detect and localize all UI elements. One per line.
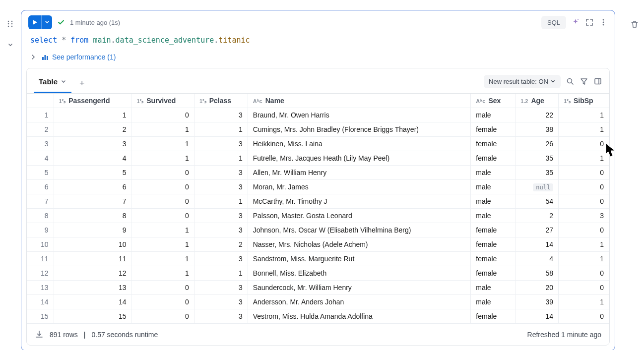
cell[interactable]: 0	[559, 166, 609, 180]
language-badge[interactable]: SQL	[541, 16, 566, 29]
table-row[interactable]: 9913Johnson, Mrs. Oscar W (Elisabeth Vil…	[27, 223, 609, 237]
cell[interactable]: 0	[559, 309, 609, 324]
cell[interactable]: female	[471, 252, 515, 266]
cell[interactable]: Andersson, Mr. Anders Johan	[248, 295, 471, 309]
cell[interactable]: female	[471, 137, 515, 151]
cell[interactable]: 4	[515, 252, 559, 266]
cell[interactable]: 3	[194, 281, 248, 295]
cell[interactable]: 4	[54, 151, 131, 166]
cell[interactable]: 3	[194, 137, 248, 151]
panel-toggle-icon[interactable]	[593, 77, 602, 86]
cell[interactable]: 1	[194, 266, 248, 281]
cell[interactable]: female	[471, 151, 515, 166]
table-row[interactable]: 121211Bonnell, Miss. Elizabethfemale580	[27, 266, 609, 281]
collapse-caret-icon[interactable]	[7, 42, 14, 49]
cell[interactable]: 12	[54, 266, 131, 281]
tab-dropdown-icon[interactable]	[61, 79, 66, 85]
column-header[interactable]: 1²₃Survived	[131, 94, 194, 108]
cell[interactable]: 15	[54, 309, 131, 324]
cell[interactable]: 58	[515, 266, 559, 281]
cell[interactable]: 3	[194, 108, 248, 122]
cell[interactable]: 1	[559, 108, 609, 122]
cell[interactable]: 2	[54, 122, 131, 137]
cell[interactable]: 11	[54, 252, 131, 266]
cell[interactable]: 0	[559, 180, 609, 194]
cell[interactable]: 3	[559, 209, 609, 223]
cell[interactable]: 3	[194, 166, 248, 180]
cell[interactable]: male	[471, 166, 515, 180]
cell[interactable]: 0	[559, 266, 609, 281]
column-header[interactable]: 1²₃SibSp	[559, 94, 609, 108]
table-row[interactable]: 151503Vestrom, Miss. Hulda Amanda Adolfi…	[27, 309, 609, 324]
add-tab-button[interactable]: +	[76, 78, 88, 89]
cell[interactable]: 1	[194, 194, 248, 209]
cell[interactable]: 0	[131, 166, 194, 180]
cell[interactable]: Braund, Mr. Owen Harris	[248, 108, 471, 122]
cell[interactable]: Sandstrom, Miss. Marguerite Rut	[248, 252, 471, 266]
cell[interactable]: Palsson, Master. Gosta Leonard	[248, 209, 471, 223]
cell[interactable]: 0	[559, 137, 609, 151]
cell[interactable]: 6	[54, 180, 131, 194]
cell[interactable]: 3	[194, 309, 248, 324]
cell[interactable]: McCarthy, Mr. Timothy J	[248, 194, 471, 209]
result-table[interactable]: 1²₃PassengerId1²₃Survived1²₃PclassAᵇcNam…	[27, 94, 609, 324]
run-dropdown-button[interactable]	[41, 15, 52, 29]
cell[interactable]: Vestrom, Miss. Hulda Amanda Adolfina	[248, 309, 471, 324]
cell[interactable]: 3	[194, 180, 248, 194]
cell[interactable]: 0	[131, 209, 194, 223]
cell[interactable]: 0	[559, 281, 609, 295]
cell[interactable]: 5	[54, 166, 131, 180]
table-row[interactable]: 5503Allen, Mr. William Henrymale350	[27, 166, 609, 180]
cell[interactable]: 0	[559, 223, 609, 237]
cell[interactable]: 0	[131, 281, 194, 295]
column-header[interactable]: AᵇcSex	[471, 94, 515, 108]
search-icon[interactable]	[566, 77, 575, 86]
cell[interactable]: Futrelle, Mrs. Jacques Heath (Lily May P…	[248, 151, 471, 166]
cell[interactable]: 0	[131, 180, 194, 194]
table-row[interactable]: 111113Sandstrom, Miss. Marguerite Rutfem…	[27, 252, 609, 266]
table-row[interactable]: 4411Futrelle, Mrs. Jacques Heath (Lily M…	[27, 151, 609, 166]
table-row[interactable]: 7701McCarthy, Mr. Timothy Jmale540	[27, 194, 609, 209]
download-icon[interactable]	[35, 330, 44, 339]
cell[interactable]: 1	[194, 122, 248, 137]
cell[interactable]: female	[471, 223, 515, 237]
cell[interactable]: 0	[559, 194, 609, 209]
trash-icon[interactable]	[630, 20, 639, 29]
filter-icon[interactable]	[580, 77, 588, 86]
cell[interactable]: 54	[515, 194, 559, 209]
cell[interactable]: male	[471, 281, 515, 295]
cell[interactable]: null	[515, 180, 559, 194]
cell[interactable]: 22	[515, 108, 559, 122]
tab-table[interactable]: Table	[34, 73, 71, 93]
kebab-menu-icon[interactable]	[599, 18, 608, 27]
cell[interactable]: 27	[515, 223, 559, 237]
table-row[interactable]: 101012Nasser, Mrs. Nicholas (Adele Achem…	[27, 237, 609, 252]
expand-icon[interactable]	[585, 18, 594, 27]
cell[interactable]: female	[471, 266, 515, 281]
cell[interactable]: male	[471, 108, 515, 122]
cell[interactable]: 3	[54, 137, 131, 151]
column-header[interactable]: 1.2Age	[515, 94, 559, 108]
table-row[interactable]: 3313Heikkinen, Miss. Lainafemale260	[27, 137, 609, 151]
cell[interactable]: 26	[515, 137, 559, 151]
cell[interactable]: 9	[54, 223, 131, 237]
cell[interactable]: male	[471, 194, 515, 209]
cell[interactable]: 3	[194, 295, 248, 309]
cell[interactable]: 14	[54, 295, 131, 309]
cell[interactable]: 2	[194, 237, 248, 252]
cell[interactable]: Allen, Mr. William Henry	[248, 166, 471, 180]
cell[interactable]: 1	[194, 151, 248, 166]
cell[interactable]: Nasser, Mrs. Nicholas (Adele Achem)	[248, 237, 471, 252]
cell[interactable]: 2	[515, 209, 559, 223]
see-performance-link[interactable]: See performance (1)	[41, 53, 116, 61]
cell[interactable]: 1	[559, 295, 609, 309]
cell[interactable]: 1	[131, 151, 194, 166]
cell[interactable]: male	[471, 180, 515, 194]
cell[interactable]: 0	[131, 194, 194, 209]
table-row[interactable]: 1103Braund, Mr. Owen Harrismale221	[27, 108, 609, 122]
cell[interactable]: Johnson, Mrs. Oscar W (Elisabeth Vilhelm…	[248, 223, 471, 237]
column-header[interactable]: 1²₃Pclass	[194, 94, 248, 108]
ai-sparkle-icon[interactable]	[571, 18, 580, 27]
cell[interactable]: 1	[559, 252, 609, 266]
cell[interactable]: 38	[515, 122, 559, 137]
